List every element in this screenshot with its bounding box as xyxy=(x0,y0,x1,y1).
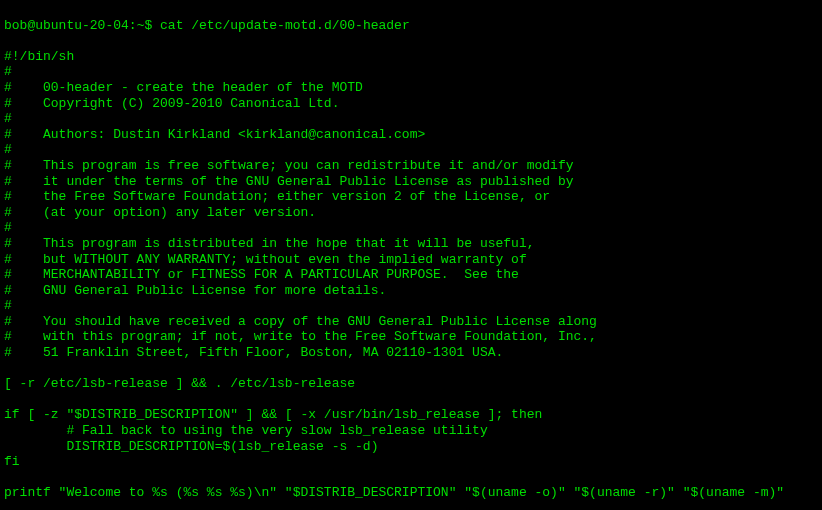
output-line xyxy=(4,361,818,377)
output-line: # xyxy=(4,298,818,314)
output-line: fi xyxy=(4,454,818,470)
output-line: # Fall back to using the very slow lsb_r… xyxy=(4,423,818,439)
terminal[interactable]: bob@ubuntu-20-04:~$ cat /etc/update-motd… xyxy=(4,2,818,510)
output-line: if [ -z "$DISTRIB_DESCRIPTION" ] && [ -x… xyxy=(4,407,818,423)
output-line: # This program is free software; you can… xyxy=(4,158,818,174)
output-line: # 00-header - create the header of the M… xyxy=(4,80,818,96)
output-line: # This program is distributed in the hop… xyxy=(4,236,818,252)
output-line: # but WITHOUT ANY WARRANTY; without even… xyxy=(4,252,818,268)
output-line xyxy=(4,392,818,408)
output-line: # with this program; if not, write to th… xyxy=(4,329,818,345)
output-line: printf "Welcome to %s (%s %s %s)\n" "$DI… xyxy=(4,485,818,501)
output-line: # it under the terms of the GNU General … xyxy=(4,174,818,190)
output-line: DISTRIB_DESCRIPTION=$(lsb_release -s -d) xyxy=(4,439,818,455)
output-line: #!/bin/sh xyxy=(4,49,818,65)
output-line: # xyxy=(4,64,818,80)
prompt-line-1: bob@ubuntu-20-04:~$ cat /etc/update-motd… xyxy=(4,18,818,34)
output-line: # Copyright (C) 2009-2010 Canonical Ltd. xyxy=(4,96,818,112)
output-line: # (at your option) any later version. xyxy=(4,205,818,221)
output-line: # xyxy=(4,220,818,236)
output-line: # 51 Franklin Street, Fifth Floor, Bosto… xyxy=(4,345,818,361)
output-line: # Authors: Dustin Kirkland <kirkland@can… xyxy=(4,127,818,143)
output-line: # xyxy=(4,142,818,158)
output-line: # You should have received a copy of the… xyxy=(4,314,818,330)
command-output: #!/bin/sh## 00-header - create the heade… xyxy=(4,49,818,501)
output-line: [ -r /etc/lsb-release ] && . /etc/lsb-re… xyxy=(4,376,818,392)
output-line xyxy=(4,470,818,486)
output-line: # xyxy=(4,111,818,127)
output-line: # GNU General Public License for more de… xyxy=(4,283,818,299)
prompt-user-host: bob@ubuntu-20-04 xyxy=(4,18,129,33)
output-line: # MERCHANTABILITY or FITNESS FOR A PARTI… xyxy=(4,267,818,283)
output-line: # the Free Software Foundation; either v… xyxy=(4,189,818,205)
prompt-separator: : xyxy=(129,18,137,33)
command-text: cat /etc/update-motd.d/00-header xyxy=(152,18,409,33)
